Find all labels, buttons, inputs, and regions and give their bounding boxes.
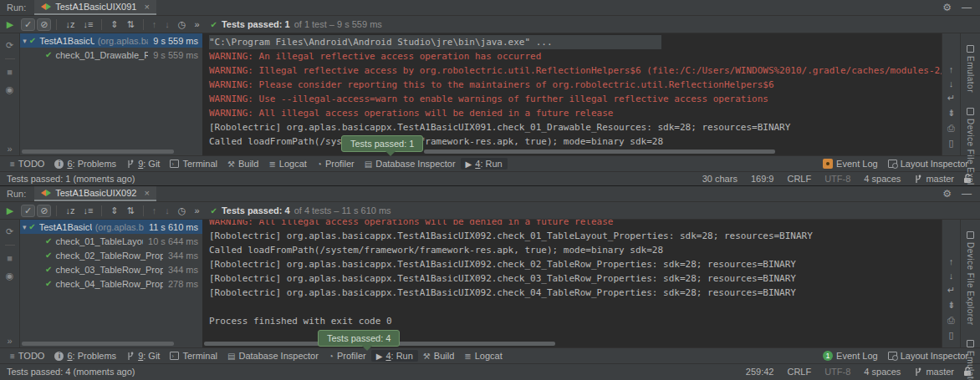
more-toolbar-chevrons-icon[interactable]: »	[191, 18, 202, 31]
test-tree-row[interactable]: ✔ check_03_TableRow_Properties 344 ms	[20, 262, 202, 276]
test-tree-row[interactable]: ✔ check_04_TableRow_Properties 278 ms	[20, 276, 202, 291]
test-tree-root-row[interactable]: ▾ ✔ TestA1BasicUIX092 (org.aplas.basicap…	[20, 220, 202, 234]
toolbar-item-run[interactable]: ▶ 4: Run	[461, 158, 508, 170]
tool-window-button-emulator[interactable]: Emulator	[966, 340, 975, 380]
show-passed-toggle[interactable]: ✓	[21, 18, 35, 31]
more-toolbar-chevrons-icon[interactable]: »	[191, 205, 202, 217]
layout-inspector-button[interactable]: Layout Inspector	[883, 350, 973, 362]
print-icon[interactable]: ⎙	[947, 315, 955, 326]
down-stacktrace-icon[interactable]: ↓	[949, 79, 954, 89]
test-history-button[interactable]: ◷	[175, 18, 190, 31]
previous-failed-test-button[interactable]: ↑	[149, 18, 161, 31]
git-branch-widget[interactable]: master	[914, 367, 954, 377]
status-line-endings[interactable]: CRLF	[787, 174, 811, 184]
toolbar-item-git[interactable]: 9: Git	[121, 350, 165, 362]
status-caret-position[interactable]: 169:9	[751, 174, 774, 184]
test-tree-row[interactable]: ✔ check_02_TableRow_Properties 344 ms	[20, 248, 202, 262]
settings-gear-icon[interactable]: ⚙	[942, 188, 952, 200]
next-failed-test-button[interactable]: ↓	[161, 205, 173, 217]
status-line-endings[interactable]: CRLF	[787, 367, 811, 377]
screenshot-camera-icon[interactable]: ◉	[6, 271, 14, 281]
sort-alphabetically-button[interactable]: ↓z	[62, 18, 78, 31]
tool-window-button-device-file-explorer[interactable]: Device File Explorer	[966, 231, 975, 325]
toolbar-item-build[interactable]: ⚒ Build	[222, 158, 263, 170]
chevron-down-icon[interactable]: ▾	[20, 223, 28, 231]
run-tab-testa1basicuix092[interactable]: TestA1BasicUIX092 ×	[34, 186, 156, 201]
print-icon[interactable]: ⎙	[947, 123, 955, 134]
toolbar-item-profiler[interactable]: ◔ Profiler	[312, 158, 360, 170]
toolbar-item-terminal[interactable]: › Terminal	[165, 350, 222, 362]
stop-icon[interactable]: ■	[7, 67, 13, 77]
expand-all-button[interactable]: ⇕	[107, 18, 121, 31]
status-encoding[interactable]: UTF-8	[824, 174, 850, 184]
status-indent[interactable]: 4 spaces	[864, 367, 901, 377]
scroll-to-end-icon[interactable]: ⇟	[947, 300, 955, 311]
show-passed-toggle[interactable]: ✓	[21, 205, 35, 217]
toolbar-item-git[interactable]: 9: Git	[121, 158, 165, 170]
minimize-icon[interactable]: —	[962, 2, 972, 13]
soft-wrap-icon[interactable]: ↵	[947, 285, 955, 296]
toolbar-item-database-inspector[interactable]: ▤ Database Inspector	[360, 158, 461, 170]
toolbar-item-run[interactable]: ▶ 4: Run	[371, 350, 418, 362]
toolbar-item-database-inspector[interactable]: ▤ Database Inspector	[222, 350, 324, 362]
clear-console-icon[interactable]: ▯	[948, 138, 953, 149]
test-tree-root-row[interactable]: ▾ ✔ TestA1BasicUIX091 (org.aplas.basicap…	[20, 33, 202, 48]
sort-by-duration-button[interactable]: ↓≡	[79, 18, 96, 31]
hidden-actions-chevrons-icon[interactable]: »	[0, 144, 19, 154]
tool-window-button-emulator[interactable]: Emulator	[966, 45, 975, 93]
next-failed-test-button[interactable]: ↓	[161, 18, 173, 31]
tab-title: TestA1BasicUIX092	[55, 188, 136, 198]
test-tree-row[interactable]: ✔ check_01_Drawable_Resources 9 s 559 ms	[20, 48, 202, 62]
layout-inspector-button[interactable]: Layout Inspector	[883, 158, 973, 170]
run-tab-testa1basicuix091[interactable]: TestA1BasicUIX091 ×	[34, 0, 156, 15]
toolbar-item-profiler[interactable]: ◔ Profiler	[324, 350, 371, 362]
test-history-button[interactable]: ◷	[175, 205, 190, 217]
screenshot-camera-icon[interactable]: ◉	[6, 84, 14, 95]
expand-all-button[interactable]: ⇕	[107, 205, 121, 217]
status-encoding[interactable]: UTF-8	[824, 367, 850, 377]
test-tree-row[interactable]: ✔ check_01_TableLayout_Properties 10 s 6…	[20, 234, 202, 248]
toolbar-item-logcat[interactable]: ≣ Logcat	[263, 158, 311, 170]
collapse-all-button[interactable]: ⇅	[124, 18, 138, 31]
rerun-icon[interactable]: ⟳	[6, 40, 13, 51]
git-branch-widget[interactable]: master	[914, 174, 954, 184]
tool-window-button-device-file-explorer[interactable]: Device File Explorer	[966, 108, 975, 185]
logcat-icon: ≣	[464, 352, 471, 361]
close-icon[interactable]: ×	[144, 2, 149, 12]
rerun-tests-button[interactable]: ▶	[7, 205, 13, 216]
up-stacktrace-icon[interactable]: ↑	[949, 256, 954, 266]
hidden-actions-chevrons-icon[interactable]: »	[0, 336, 19, 346]
tree-horizontal-scrollbar[interactable]	[22, 149, 174, 154]
tree-horizontal-scrollbar[interactable]	[22, 342, 174, 346]
stop-icon[interactable]: ■	[7, 253, 13, 263]
down-stacktrace-icon[interactable]: ↓	[949, 271, 954, 281]
toolbar-item-problems[interactable]: i 6: Problems	[49, 350, 121, 362]
show-ignored-toggle[interactable]: ⊘	[37, 205, 51, 217]
rerun-icon[interactable]: ⟳	[6, 226, 13, 237]
settings-gear-icon[interactable]: ⚙	[942, 2, 952, 13]
previous-failed-test-button[interactable]: ↑	[149, 205, 161, 217]
status-caret-position[interactable]: 259:42	[746, 367, 774, 377]
soft-wrap-icon[interactable]: ↵	[947, 93, 955, 104]
chevron-down-icon[interactable]: ▾	[20, 37, 29, 45]
console-horizontal-scrollbar[interactable]	[424, 149, 775, 154]
clear-console-icon[interactable]: ▯	[948, 330, 953, 341]
toolbar-item-build[interactable]: ⚒ Build	[418, 350, 459, 362]
toolbar-item-todo[interactable]: ≡ TODO	[5, 158, 49, 170]
toolbar-item-terminal[interactable]: › Terminal	[165, 158, 222, 170]
close-icon[interactable]: ×	[144, 188, 149, 198]
up-stacktrace-icon[interactable]: ↑	[949, 64, 954, 74]
sort-alphabetically-button[interactable]: ↓z	[62, 205, 78, 217]
event-log-button[interactable]: 1 Event Log	[818, 350, 883, 362]
status-indent[interactable]: 4 spaces	[864, 174, 901, 184]
sort-by-duration-button[interactable]: ↓≡	[79, 205, 96, 217]
toolbar-item-logcat[interactable]: ≣ Logcat	[459, 350, 507, 362]
minimize-icon[interactable]: —	[962, 188, 972, 200]
show-ignored-toggle[interactable]: ⊘	[37, 18, 51, 31]
rerun-tests-button[interactable]: ▶	[7, 19, 13, 30]
toolbar-item-todo[interactable]: ≡ TODO	[5, 350, 49, 362]
collapse-all-button[interactable]: ⇅	[124, 205, 138, 217]
toolbar-item-problems[interactable]: i 6: Problems	[49, 158, 121, 170]
scroll-to-end-icon[interactable]: ⇟	[947, 108, 955, 119]
event-log-button[interactable]: Event Log	[818, 158, 883, 170]
